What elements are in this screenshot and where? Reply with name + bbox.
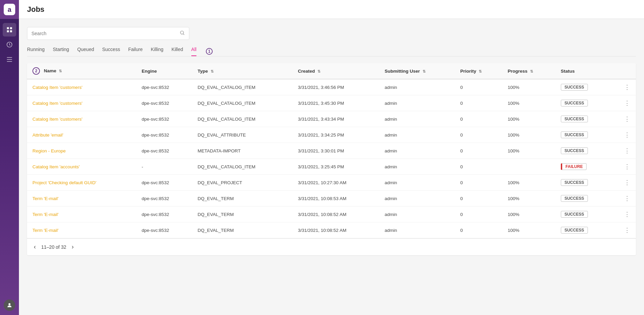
cell-user: admin: [379, 143, 455, 159]
tab-bar: Running Starting Queued Success Failure …: [27, 47, 636, 56]
cell-progress: 100%: [502, 79, 555, 95]
cell-type: DQ_EVAL_CATALOG_ITEM: [192, 95, 292, 111]
row-actions[interactable]: ⋮: [611, 127, 636, 143]
col-engine: Engine: [136, 63, 192, 79]
cell-progress: 100%: [502, 143, 555, 159]
page-title: Jobs: [27, 5, 44, 14]
cell-status: SUCCESS: [555, 222, 611, 238]
cell-progress: 100%: [502, 175, 555, 191]
cell-user: admin: [379, 207, 455, 222]
tab-starting[interactable]: Starting: [53, 47, 69, 56]
job-name-link[interactable]: Catalog Item 'accounts': [32, 164, 79, 169]
row-actions[interactable]: ⋮: [611, 143, 636, 159]
cell-engine: dpe-svc:8532: [136, 79, 192, 95]
col-actions: [611, 63, 636, 79]
col-submitting-user[interactable]: Submitting User ⇅: [379, 63, 455, 79]
cell-created: 3/31/2021, 3:46:56 PM: [292, 79, 379, 95]
tab-all[interactable]: All: [191, 47, 197, 56]
cell-name: Catalog Item 'customers': [27, 95, 136, 111]
col-priority-sort-icon: ⇅: [479, 69, 482, 74]
col-status: Status: [555, 63, 611, 79]
cell-engine: dpe-svc:8532: [136, 143, 192, 159]
cell-name: Attribute 'email': [27, 127, 136, 143]
cell-engine: dpe-svc:8532: [136, 207, 192, 222]
cell-type: DQ_EVAL_TERM: [192, 191, 292, 207]
cell-progress: 100%: [502, 207, 555, 222]
pagination: ‹ 11–20 of 32 ›: [27, 238, 636, 255]
cell-user: admin: [379, 95, 455, 111]
sidebar-bottom: [4, 295, 15, 315]
row-actions[interactable]: ⋮: [611, 175, 636, 191]
svg-rect-5: [7, 57, 12, 58]
status-badge: SUCCESS: [561, 179, 588, 186]
job-name-link[interactable]: Term 'E-mail': [32, 196, 58, 201]
col-progress[interactable]: Progress ⇅: [502, 63, 555, 79]
job-name-link[interactable]: Term 'E-mail': [32, 228, 58, 233]
col-created[interactable]: Created ⇅: [292, 63, 379, 79]
search-input[interactable]: [31, 31, 180, 36]
col-type-sort-icon: ⇅: [211, 69, 214, 74]
table-row: Term 'E-mail' dpe-svc:8532 DQ_EVAL_TERM …: [27, 222, 636, 238]
col-name[interactable]: 2 Name ⇅: [27, 63, 136, 79]
tab-killed[interactable]: Killed: [171, 47, 183, 56]
tab-success[interactable]: Success: [102, 47, 120, 56]
cell-created: 3/31/2021, 3:30:01 PM: [292, 143, 379, 159]
cell-type: DQ_EVAL_ATTRIBUTE: [192, 127, 292, 143]
cell-type: DQ_EVAL_PROJECT: [192, 175, 292, 191]
cell-status: SUCCESS: [555, 79, 611, 95]
cell-user: admin: [379, 175, 455, 191]
row-actions[interactable]: ⋮: [611, 159, 636, 175]
row-actions[interactable]: ⋮: [611, 95, 636, 111]
status-badge: SUCCESS: [561, 84, 588, 91]
job-name-link[interactable]: Region - Europe: [32, 148, 66, 153]
table-row: Catalog Item 'customers' dpe-svc:8532 DQ…: [27, 95, 636, 111]
svg-point-8: [8, 303, 10, 305]
row-actions[interactable]: ⋮: [611, 111, 636, 127]
tab-queued[interactable]: Queued: [77, 47, 94, 56]
col-type[interactable]: Type ⇅: [192, 63, 292, 79]
search-icon[interactable]: [180, 30, 185, 37]
table-row: Catalog Item 'customers' dpe-svc:8532 DQ…: [27, 111, 636, 127]
svg-rect-1: [10, 27, 12, 29]
cell-status: SUCCESS: [555, 127, 611, 143]
sidebar-item-list[interactable]: [3, 53, 16, 66]
sidebar-item-history[interactable]: [3, 38, 16, 51]
cell-name: Region - Europe: [27, 143, 136, 159]
jobs-table: 2 Name ⇅ Engine Type ⇅ Created: [27, 63, 636, 238]
cell-status: SUCCESS: [555, 191, 611, 207]
app-logo[interactable]: a: [0, 0, 19, 19]
cell-user: admin: [379, 191, 455, 207]
job-name-link[interactable]: Catalog Item 'customers': [32, 117, 82, 122]
row-actions[interactable]: ⋮: [611, 207, 636, 222]
cell-created: 3/31/2021, 10:27:30 AM: [292, 175, 379, 191]
job-name-link[interactable]: Term 'E-mail': [32, 212, 58, 217]
job-name-link[interactable]: Catalog Item 'customers': [32, 85, 82, 90]
cell-name: Catalog Item 'customers': [27, 79, 136, 95]
row-actions[interactable]: ⋮: [611, 79, 636, 95]
next-page-button[interactable]: ›: [70, 243, 75, 250]
tab-running[interactable]: Running: [27, 47, 45, 56]
content-area: Running Starting Queued Success Failure …: [19, 19, 644, 315]
cell-type: METADATA-IMPORT: [192, 143, 292, 159]
sidebar-item-grid[interactable]: [3, 23, 16, 37]
tab-failure[interactable]: Failure: [128, 47, 143, 56]
job-name-link[interactable]: Project 'Checking default GUID': [32, 180, 96, 185]
cell-name: Term 'E-mail': [27, 207, 136, 222]
logo-letter: a: [4, 4, 15, 15]
job-name-link[interactable]: Catalog Item 'customers': [32, 101, 82, 106]
tab-killing[interactable]: Killing: [151, 47, 163, 56]
main-content: Jobs Running Starting Queued Success Fai…: [19, 0, 644, 315]
job-name-link[interactable]: Attribute 'email': [32, 132, 63, 138]
row-actions[interactable]: ⋮: [611, 222, 636, 238]
user-avatar[interactable]: [4, 299, 15, 311]
prev-page-button[interactable]: ‹: [32, 243, 37, 250]
cell-created: 3/31/2021, 10:08:52 AM: [292, 222, 379, 238]
status-badge: SUCCESS: [561, 227, 588, 234]
table-row: Project 'Checking default GUID' dpe-svc:…: [27, 175, 636, 191]
cell-priority: 0: [455, 95, 502, 111]
cell-type: DQ_EVAL_TERM: [192, 222, 292, 238]
col-priority[interactable]: Priority ⇅: [455, 63, 502, 79]
cell-engine: dpe-svc:8532: [136, 127, 192, 143]
row-actions[interactable]: ⋮: [611, 191, 636, 207]
svg-point-9: [181, 31, 184, 34]
